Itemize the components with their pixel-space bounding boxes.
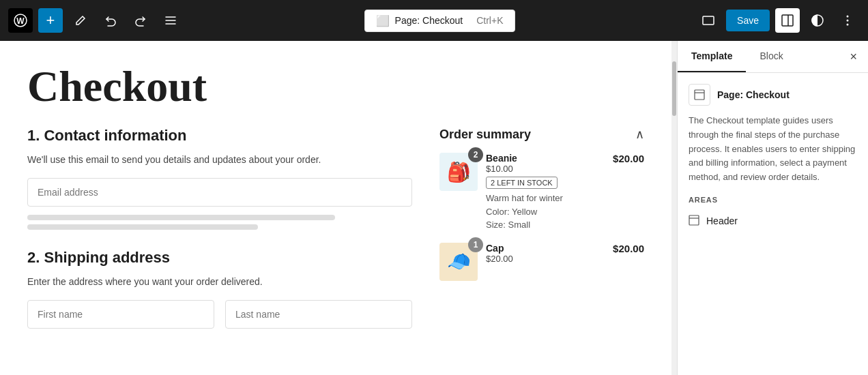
section-1-subtext: We'll use this email to send you details… bbox=[27, 153, 368, 167]
main-layout: Checkout 1. Contact information We'll us… bbox=[0, 41, 868, 375]
add-button[interactable]: + bbox=[38, 8, 63, 33]
section-2-subtext: Enter the address where you want your or… bbox=[27, 275, 368, 289]
redo-button[interactable] bbox=[128, 8, 153, 33]
item-2-image-wrap: 🧢 1 bbox=[439, 243, 478, 281]
pencil-button[interactable] bbox=[68, 8, 93, 33]
last-name-input[interactable] bbox=[225, 300, 412, 329]
panel-block-icon bbox=[689, 84, 710, 106]
areas-label: AREAS bbox=[689, 196, 857, 204]
svg-point-6 bbox=[847, 16, 849, 18]
item-1-name: Beanie bbox=[486, 153, 605, 164]
item-2-total: $20.00 bbox=[613, 243, 644, 254]
item-1-image-wrap: 🎒 2 bbox=[439, 153, 478, 191]
scrollbar-thumb[interactable] bbox=[672, 61, 676, 116]
email-input[interactable] bbox=[27, 178, 412, 207]
section-shipping: 2. Shipping address Enter the address wh… bbox=[27, 249, 412, 329]
item-2-price: $20.00 bbox=[486, 254, 605, 264]
toolbar: W + ⬜ Page: Checkout Ctrl+K bbox=[0, 0, 868, 41]
panel-block-name: Page: Checkout bbox=[717, 89, 790, 100]
order-item-2: 🧢 1 Cap $20.00 $20.00 bbox=[439, 243, 644, 281]
layout-button[interactable] bbox=[775, 8, 800, 33]
panel-block-title: Page: Checkout bbox=[689, 84, 857, 106]
panel-description: The Checkout template guides users throu… bbox=[689, 114, 857, 185]
canvas-area: Checkout 1. Contact information We'll us… bbox=[0, 41, 671, 375]
item-1-details: Beanie $10.00 2 LEFT IN STOCK Warm hat f… bbox=[486, 153, 605, 232]
item-1-total: $20.00 bbox=[613, 153, 644, 164]
order-summary: Order summary ∧ 🎒 2 Beanie $10.00 2 LEFT… bbox=[439, 127, 644, 292]
keyboard-shortcut: Ctrl+K bbox=[476, 15, 503, 26]
item-2-name: Cap bbox=[486, 243, 605, 254]
item-1-badge: 2 bbox=[468, 147, 483, 162]
page-label: Page: Checkout bbox=[395, 15, 463, 26]
toolbar-right: Save bbox=[696, 8, 860, 33]
svg-rect-9 bbox=[695, 90, 704, 100]
svg-rect-3 bbox=[782, 15, 793, 26]
undo-button[interactable] bbox=[98, 8, 123, 33]
order-summary-title: Order summary bbox=[439, 127, 531, 142]
save-button[interactable]: Save bbox=[726, 10, 770, 31]
more-options-button[interactable] bbox=[835, 8, 860, 33]
svg-point-8 bbox=[847, 24, 849, 26]
item-2-badge: 1 bbox=[468, 237, 483, 252]
item-1-price: $10.00 bbox=[486, 164, 605, 174]
svg-text:W: W bbox=[16, 16, 25, 26]
menu-button[interactable] bbox=[158, 8, 183, 33]
area-header: Header bbox=[689, 211, 857, 232]
first-name-input[interactable] bbox=[27, 300, 214, 329]
name-form-row bbox=[27, 300, 412, 329]
item-1-attrs: Warm hat for winter Color: Yellow Size: … bbox=[486, 192, 605, 232]
order-item-1: 🎒 2 Beanie $10.00 2 LEFT IN STOCK Warm h… bbox=[439, 153, 644, 232]
section-1-heading: 1. Contact information bbox=[27, 127, 412, 145]
tab-block[interactable]: Block bbox=[746, 41, 796, 72]
content-columns: 1. Contact information We'll use this em… bbox=[27, 127, 644, 329]
header-area-icon bbox=[689, 215, 699, 228]
page-title: Checkout bbox=[27, 63, 644, 110]
panel-tabs: Template Block × bbox=[678, 41, 868, 73]
panel-body: Page: Checkout The Checkout template gui… bbox=[678, 73, 868, 375]
page-indicator[interactable]: ⬜ Page: Checkout Ctrl+K bbox=[364, 10, 515, 32]
svg-point-7 bbox=[847, 20, 849, 22]
scrollbar[interactable] bbox=[671, 41, 677, 375]
wp-logo[interactable]: W bbox=[8, 8, 33, 33]
panel-close-button[interactable]: × bbox=[839, 41, 868, 72]
style-button[interactable] bbox=[805, 8, 830, 33]
section-contact: 1. Contact information We'll use this em… bbox=[27, 127, 412, 230]
header-area-label: Header bbox=[706, 215, 738, 226]
tab-template[interactable]: Template bbox=[678, 41, 746, 72]
svg-rect-2 bbox=[703, 16, 714, 25]
svg-rect-11 bbox=[689, 215, 699, 225]
section-2-heading: 2. Shipping address bbox=[27, 249, 412, 267]
left-column: 1. Contact information We'll use this em… bbox=[27, 127, 412, 329]
collapse-button[interactable]: ∧ bbox=[635, 127, 644, 142]
page-icon: ⬜ bbox=[376, 14, 390, 27]
toolbar-center: ⬜ Page: Checkout Ctrl+K bbox=[188, 10, 691, 32]
preview-button[interactable] bbox=[696, 8, 721, 33]
order-summary-header: Order summary ∧ bbox=[439, 127, 644, 142]
item-1-stock: 2 LEFT IN STOCK bbox=[486, 177, 558, 189]
item-2-details: Cap $20.00 bbox=[486, 243, 605, 264]
right-panel: Template Block × Page: Checkout The Chec… bbox=[677, 41, 868, 375]
